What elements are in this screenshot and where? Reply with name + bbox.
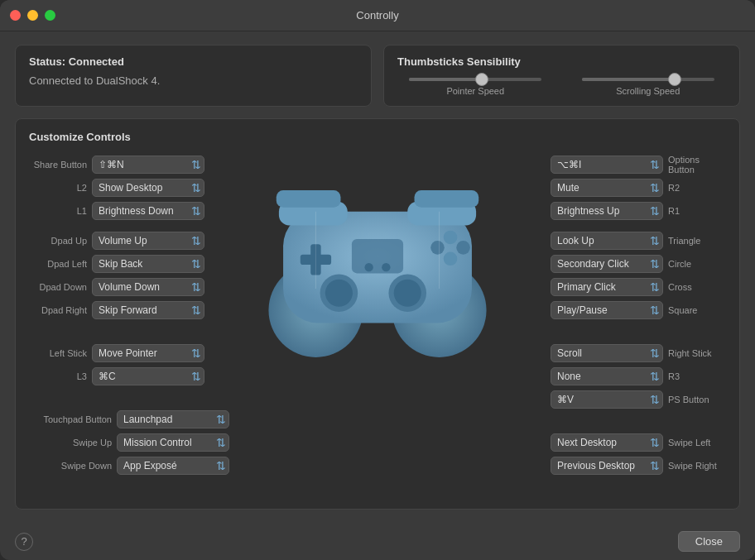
options-button-row: Options Button ⌥⌘I ⇅: [544, 155, 726, 175]
swipe-down-row: Swipe Down App Exposé ⇅: [29, 456, 286, 476]
l3-select[interactable]: ⌘C: [92, 367, 204, 385]
l1-select[interactable]: Brightness Down: [92, 202, 204, 220]
swipe-down-label: Swipe Down: [29, 461, 112, 471]
thumbsticks-panel: Thumbsticks Sensibility Pointer Speed: [383, 45, 740, 107]
right-stick-label: Right Stick: [668, 348, 726, 358]
svg-point-14: [444, 231, 458, 245]
right-controls: Options Button ⌥⌘I ⇅ R2: [544, 151, 726, 476]
sliders-row: Pointer Speed Scrolling Speed: [397, 78, 726, 96]
r1-select-wrapper: Brightness Up ⇅: [551, 202, 663, 220]
triangle-select-wrapper: Look Up ⇅: [551, 232, 663, 250]
controller-svg: [257, 143, 498, 366]
l2-select[interactable]: Show Desktop: [92, 179, 204, 197]
r1-select[interactable]: Brightness Up: [551, 202, 663, 220]
l1-select-wrapper: Brightness Down ⇅: [92, 202, 204, 220]
share-button-row: Share Button ⇧⌘N ⇅: [29, 155, 286, 175]
ps-button-select-wrapper: ⌘V ⇅: [551, 390, 663, 409]
dpad-right-select-wrapper: Skip Forward ⇅: [92, 301, 204, 319]
left-stick-select-wrapper: Move Pointer ⇅: [92, 344, 204, 362]
svg-rect-5: [277, 190, 341, 208]
l1-row: L1 Brightness Down ⇅: [29, 201, 286, 221]
left-stick-select[interactable]: Move Pointer: [92, 344, 204, 362]
dpad-left-row: Dpad Left Skip Back ⇅: [29, 254, 286, 274]
dpad-right-row: Dpad Right Skip Forward ⇅: [29, 300, 286, 320]
dpad-up-select-wrapper: Volume Up ⇅: [92, 232, 204, 250]
pointer-speed-track[interactable]: [409, 78, 541, 81]
titlebar: Controlly: [0, 0, 755, 31]
svg-point-18: [364, 263, 373, 271]
share-button-select-wrapper: ⇧⌘N ⇅: [92, 156, 204, 174]
right-stick-row: Right Stick Scroll ⇅: [544, 343, 726, 363]
pointer-speed-thumb[interactable]: [475, 73, 488, 86]
l3-label: L3: [29, 371, 87, 381]
dpad-left-select-wrapper: Skip Back ⇅: [92, 255, 204, 273]
pointer-speed-group: Pointer Speed: [397, 78, 554, 96]
right-stick-select-wrapper: Scroll ⇅: [551, 344, 663, 362]
dpad-down-row: Dpad Down Volume Down ⇅: [29, 277, 286, 297]
share-button-select[interactable]: ⇧⌘N: [92, 156, 204, 174]
minimize-traffic-light[interactable]: [27, 10, 38, 21]
swipe-right-select[interactable]: Previous Desktop: [551, 457, 663, 475]
dpad-down-label: Dpad Down: [29, 282, 87, 292]
dpad-right-label: Dpad Right: [29, 305, 87, 315]
swipe-down-select[interactable]: App Exposé: [117, 457, 229, 475]
traffic-lights: [10, 10, 55, 21]
svg-point-15: [444, 252, 458, 266]
scrolling-speed-label: Scrolling Speed: [616, 86, 680, 96]
circle-label: Circle: [668, 259, 726, 269]
swipe-left-select[interactable]: Next Desktop: [551, 433, 663, 452]
left-controls: Share Button ⇧⌘N ⇅ L2 Sh: [29, 151, 286, 493]
square-row: Square Play/Pause ⇅: [544, 300, 726, 320]
right-stick-select[interactable]: Scroll: [551, 344, 663, 362]
window: Controlly Status: Connected Connected to…: [0, 0, 755, 560]
main-content: Status: Connected Connected to DualShock…: [0, 31, 755, 523]
ps-button-label: PS Button: [668, 395, 726, 404]
square-select[interactable]: Play/Pause: [551, 301, 663, 319]
dpad-up-select[interactable]: Volume Up: [92, 232, 204, 250]
swipe-up-label: Swipe Up: [29, 438, 112, 448]
triangle-row: Triangle Look Up ⇅: [544, 231, 726, 251]
customize-title: Customize Controls: [29, 131, 726, 143]
swipe-up-select[interactable]: Mission Control: [117, 433, 229, 452]
cross-select[interactable]: Primary Click: [551, 278, 663, 296]
ps-button-row: PS Button ⌘V ⇅: [544, 390, 726, 409]
circle-select-wrapper: Secondary Click ⇅: [551, 255, 663, 273]
dpad-up-label: Dpad Up: [29, 236, 87, 246]
ps-button-select[interactable]: ⌘V: [551, 390, 663, 409]
dpad-left-select[interactable]: Skip Back: [92, 255, 204, 273]
dpad-right-select[interactable]: Skip Forward: [92, 301, 204, 319]
swipe-right-select-wrapper: Previous Desktop ⇅: [551, 457, 663, 475]
svg-point-13: [430, 241, 445, 255]
r3-select[interactable]: None: [551, 367, 663, 385]
l2-label: L2: [29, 183, 87, 193]
swipe-left-label: Swipe Left: [668, 438, 726, 448]
options-button-label: Options Button: [668, 155, 726, 175]
help-button[interactable]: ?: [15, 533, 33, 551]
circle-row: Circle Secondary Click ⇅: [544, 254, 726, 274]
cross-label: Cross: [668, 282, 726, 292]
touchpad-button-select[interactable]: Launchpad: [117, 410, 229, 428]
swipe-up-select-wrapper: Mission Control ⇅: [117, 433, 229, 452]
touchpad-button-label: Touchpad Button: [29, 414, 112, 424]
scrolling-speed-thumb[interactable]: [668, 73, 681, 86]
options-button-select[interactable]: ⌥⌘I: [551, 156, 663, 174]
status-panel: Status: Connected Connected to DualShock…: [15, 45, 372, 107]
l2-row: L2 Show Desktop ⇅: [29, 178, 286, 198]
close-button[interactable]: Close: [678, 531, 740, 552]
dpad-down-select-wrapper: Volume Down ⇅: [92, 278, 204, 296]
maximize-traffic-light[interactable]: [45, 10, 55, 21]
dpad-left-label: Dpad Left: [29, 259, 87, 269]
swipe-right-row: Swipe Right Previous Desktop ⇅: [544, 456, 726, 476]
touchpad-controls: Touchpad Button Launchpad ⇅ Swipe Up: [29, 409, 286, 476]
square-label: Square: [668, 305, 726, 315]
r2-select[interactable]: Mute: [551, 179, 663, 197]
circle-select[interactable]: Secondary Click: [551, 255, 663, 273]
scrolling-speed-track[interactable]: [582, 78, 714, 81]
swipe-left-select-wrapper: Next Desktop ⇅: [551, 433, 663, 452]
bottom-bar: ? Close: [0, 523, 755, 560]
close-traffic-light[interactable]: [10, 10, 21, 21]
top-panels: Status: Connected Connected to DualShock…: [15, 45, 740, 107]
scrolling-speed-fill: [582, 78, 675, 81]
dpad-down-select[interactable]: Volume Down: [92, 278, 204, 296]
triangle-select[interactable]: Look Up: [551, 232, 663, 250]
